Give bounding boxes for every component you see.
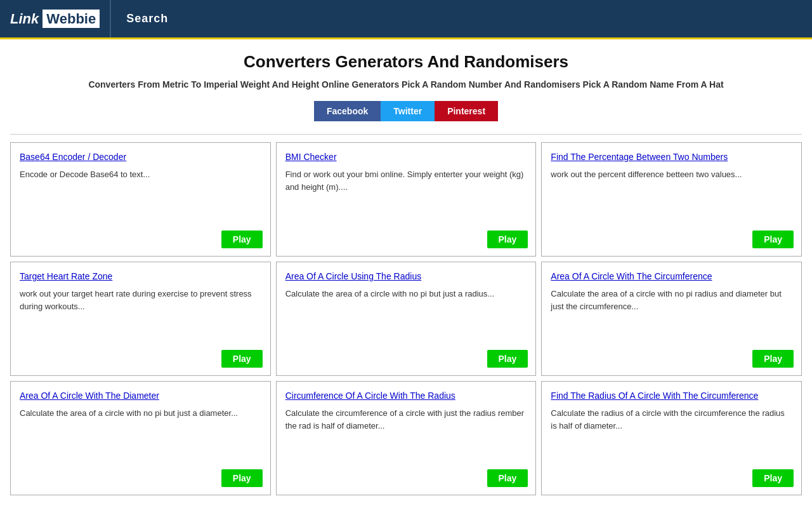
play-button[interactable]: Play [221,350,263,368]
card-item: Area Of A Circle With The CircumferenceC… [541,262,802,376]
twitter-button[interactable]: Twitter [381,101,435,121]
cards-grid: Base64 Encoder / DecoderEncode or Decode… [10,142,802,495]
play-button[interactable]: Play [752,350,794,368]
card-item: Base64 Encoder / DecoderEncode or Decode… [10,142,271,257]
page-content: Converters Generators And Randomisers Co… [0,39,812,508]
play-button[interactable]: Play [487,350,528,368]
card-item: BMI CheckerFind or work out your bmi onl… [276,142,537,257]
play-button[interactable]: Play [487,469,528,487]
play-button[interactable]: Play [752,231,794,248]
social-buttons: Facebook Twitter Pinterest [10,101,802,121]
play-button[interactable]: Play [221,469,263,487]
facebook-button[interactable]: Facebook [314,101,381,121]
logo-area: Link Webbie [0,0,111,37]
search-button[interactable]: Search [111,0,183,37]
card-title-link[interactable]: Find The Percentage Between Two Numbers [551,152,792,162]
card-title-link[interactable]: Base64 Encoder / Decoder [20,152,261,162]
card-item: Circumference Of A Circle With The Radiu… [276,381,537,495]
section-divider [10,134,802,135]
card-title-link[interactable]: Area Of A Circle Using The Radius [285,271,527,281]
card-item: Find The Radius Of A Circle With The Cir… [541,381,802,495]
card-item: Area Of A Circle With The DiameterCalcul… [10,381,271,495]
site-header: Link Webbie Search [0,0,812,39]
pinterest-button[interactable]: Pinterest [435,101,498,121]
card-title-link[interactable]: Target Heart Rate Zone [20,271,261,281]
card-item: Find The Percentage Between Two Numbersw… [541,142,802,257]
play-button[interactable]: Play [752,469,794,487]
logo-webbie-text: Webbie [43,10,100,28]
card-title-link[interactable]: Area Of A Circle With The Diameter [20,391,261,401]
card-title-link[interactable]: BMI Checker [285,152,527,162]
card-title-link[interactable]: Area Of A Circle With The Circumference [551,271,792,281]
logo-link[interactable]: Link Webbie [10,11,100,27]
card-item: Area Of A Circle Using The RadiusCalcula… [276,262,537,376]
page-subtitle: Converters From Metric To Imperial Weigh… [10,79,802,90]
logo-link-text: Link [10,11,39,27]
card-title-link[interactable]: Circumference Of A Circle With The Radiu… [285,391,527,401]
card-item: Target Heart Rate Zonework out your targ… [10,262,271,376]
card-title-link[interactable]: Find The Radius Of A Circle With The Cir… [551,391,792,401]
play-button[interactable]: Play [221,231,263,248]
page-title: Converters Generators And Randomisers [10,52,802,72]
play-button[interactable]: Play [487,231,528,248]
